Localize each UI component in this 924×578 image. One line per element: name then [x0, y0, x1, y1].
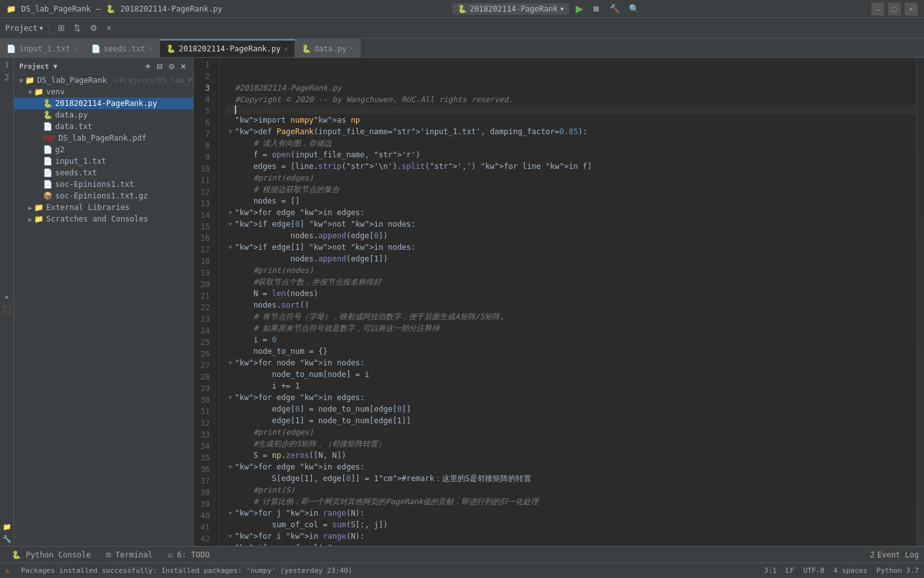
editor-area: 1234567891011121314151617181920212223242… — [194, 58, 924, 546]
sidebar-item-pagerank-py[interactable]: 🐍 2018202114-PageRank.py — [14, 98, 193, 109]
run-config-icon: 🐍 — [458, 4, 467, 13]
settings-btn[interactable]: ⚙ — [87, 22, 100, 34]
code-line-36: edge[0] = node_to_num[edge[0]] — [226, 403, 916, 415]
code-line-21: nodes.append(edge[1]) — [226, 253, 916, 265]
tab-data[interactable]: 🐍 data.py × — [295, 39, 361, 57]
terminal-icon: ⊡ — [106, 550, 110, 559]
sidebar-add-icon[interactable]: + — [143, 60, 152, 72]
run-config-arrow: ▼ — [560, 6, 563, 12]
sync-btn[interactable]: ⇅ — [71, 22, 83, 34]
maximize-button[interactable]: □ — [888, 3, 901, 15]
tree-label-data-txt: data.txt — [55, 122, 92, 131]
minimap — [916, 58, 924, 546]
activity-icon-star[interactable]: ★ — [4, 292, 10, 301]
tree-arrow-ds-lab: ▼ — [19, 77, 23, 84]
code-line-28: # 将节点符号（字母），映射成阿拉伯数字，便于后面生成A矩阵/S矩阵, — [226, 311, 916, 322]
code-line-25: N = len(nodes) — [226, 288, 916, 299]
titlebar-center: 🐍 2018202114-PageRank ▼ ▶ ⏹ 🔨 🔍 — [452, 1, 642, 16]
run-button[interactable]: ▶ — [573, 1, 586, 16]
code-line-8: ▼"kw">def PageRank(input_file_name="str"… — [226, 126, 916, 137]
tab-seeds-icon: 📄 — [91, 44, 101, 53]
tab-input1-close[interactable]: × — [73, 45, 77, 52]
tree-arrow-soc — [37, 181, 41, 188]
toolbar: Project ▼ ⊞ ⇅ ⚙ × — [0, 18, 924, 39]
line-ending[interactable]: LF — [785, 566, 794, 575]
tab-seeds[interactable]: 📄 seeds.txt × — [85, 39, 160, 57]
code-line-38: #print(edges) — [226, 426, 916, 438]
stop-button[interactable]: ⏹ — [590, 3, 603, 15]
main-layout: 1 2 ★ ⬛ 📁 🔧 Project ▼ + ⊟ ⚙ × ▼ 📁 DS_lab… — [0, 58, 924, 546]
project-dropdown[interactable]: Project ▼ — [5, 24, 43, 33]
tree-label-venv: venv — [46, 87, 65, 96]
terminal-tab[interactable]: ⊡ Terminal — [99, 548, 158, 561]
event-log-icon: 2 — [870, 550, 875, 559]
code-container[interactable]: 1234567891011121314151617181920212223242… — [194, 58, 924, 546]
code-content[interactable]: #2018202114-PageRank.py#Copyright © 2020… — [219, 58, 916, 546]
tab-pagerank-close[interactable]: × — [284, 46, 288, 53]
tab-input1-icon: 📄 — [6, 44, 16, 53]
code-line-33: node_to_num[node] = i — [226, 369, 916, 380]
line-numbers: 1234567891011121314151617181920212223242… — [194, 58, 219, 546]
title-file-name: 2018202114-PageRank.py — [121, 4, 223, 13]
event-log-btn[interactable]: 2 Event Log — [870, 550, 919, 559]
sidebar-item-external-libs[interactable]: ▶ 📁 External Libraries — [14, 202, 193, 213]
warning-icon: ⚠ — [5, 566, 10, 575]
close-project-btn[interactable]: × — [104, 22, 114, 34]
search-button[interactable]: 🔍 — [626, 3, 642, 15]
activity-icon-box[interactable]: ⬛ — [2, 305, 12, 314]
activity-icon-folder[interactable]: 📁 — [3, 523, 12, 531]
cursor-position[interactable]: 3:1 — [764, 566, 777, 575]
tab-pagerank[interactable]: 🐍 2018202114-PageRank.py × — [160, 39, 295, 57]
tree-arrow-g2 — [37, 146, 41, 153]
close-button[interactable]: × — [905, 3, 918, 15]
minimize-button[interactable]: – — [871, 3, 884, 15]
code-line-17: ▼ "kw">for edge "kw">in edges: — [226, 207, 916, 218]
tab-seeds-close[interactable]: × — [149, 45, 153, 52]
sidebar-settings-icon[interactable]: ⚙ — [167, 60, 176, 72]
sidebar-item-input1-txt[interactable]: 📄 input_1.txt — [14, 155, 193, 167]
tab-data-icon: 🐍 — [302, 44, 311, 53]
python-console-icon: 🐍 — [12, 550, 21, 559]
tree-label-seeds: seeds.txt — [55, 168, 97, 177]
activity-icon-1[interactable]: 1 — [4, 60, 9, 69]
sidebar-close-icon[interactable]: × — [179, 60, 188, 72]
run-config-dropdown[interactable]: 🐍 2018202114-PageRank ▼ — [452, 3, 569, 15]
tree-arrow-data-txt — [37, 123, 41, 130]
sidebar-item-scratches[interactable]: ▶ 📁 Scratches and Consoles — [14, 213, 193, 225]
tree-label-pdf: DS_lab_PageRank.pdf — [58, 134, 146, 143]
code-line-49: sum_of_col = sum(S[:, j]) — [226, 519, 916, 530]
code-line-22: #print(nodes) — [226, 265, 916, 276]
bottombar: 🐍 Python Console ⊡ Terminal ☑ 6: TODO 2 … — [0, 546, 924, 563]
sidebar-item-pdf[interactable]: PDF DS_lab_PageRank.pdf — [14, 132, 193, 144]
sidebar-layout-icon[interactable]: ⊟ — [155, 60, 164, 72]
sidebar-item-venv[interactable]: ▼ 📁 venv — [14, 86, 193, 98]
activity-icon-wrench[interactable]: 🔧 — [3, 535, 12, 543]
sidebar-item-seeds-txt[interactable]: 📄 seeds.txt — [14, 167, 193, 179]
code-line-43: ▼ "kw">for edge "kw">in edges: — [226, 461, 916, 473]
python-console-tab[interactable]: 🐍 Python Console — [5, 548, 97, 561]
activity-icon-2[interactable]: 2 — [4, 73, 9, 82]
titlebar: 📁 DS_lab_PageRank – 🐍 2018202114-PageRan… — [0, 0, 924, 18]
new-file-btn[interactable]: ⊞ — [55, 22, 67, 34]
sidebar-item-g2[interactable]: 📄 g2 — [14, 144, 193, 155]
sidebar-item-soc-epinions[interactable]: 📄 soc-Epinions1.txt — [14, 179, 193, 190]
code-line-51: ▼ "kw">if sum_of_col!=0: — [226, 542, 916, 546]
sidebar-item-data-txt[interactable]: 📄 data.txt — [14, 121, 193, 132]
code-line-48: ▼ "kw">for j "kw">in range(N): — [226, 507, 916, 519]
sidebar-item-soc-epinions-gz[interactable]: 📦 soc-Epinions1.txt.gz — [14, 190, 193, 202]
python-version[interactable]: Python 3.7 — [877, 566, 919, 575]
tree-arrow-pagerank — [37, 100, 41, 107]
tab-input1-label: input_1.txt — [19, 44, 70, 53]
encoding[interactable]: UTF-8 — [803, 566, 825, 575]
tab-input1[interactable]: 📄 input_1.txt × — [0, 39, 85, 57]
sidebar-item-ds-lab[interactable]: ▼ 📁 DS_lab_PageRank ~/Projects/DS_lab_Pa… — [14, 74, 193, 86]
sidebar-header[interactable]: Project ▼ + ⊟ ⚙ × — [14, 58, 193, 74]
build-button[interactable]: 🔨 — [607, 3, 622, 15]
tab-data-close[interactable]: × — [350, 45, 354, 52]
tree-label-extlibs: External Libraries — [46, 203, 130, 212]
indent-setting[interactable]: 4 spaces — [834, 566, 868, 575]
sidebar-item-data-py[interactable]: 🐍 data.py — [14, 109, 193, 121]
todo-tab[interactable]: ☑ 6: TODO — [162, 548, 216, 561]
tab-data-label: data.py — [314, 44, 347, 53]
tree-arrow-venv: ▼ — [28, 89, 32, 96]
